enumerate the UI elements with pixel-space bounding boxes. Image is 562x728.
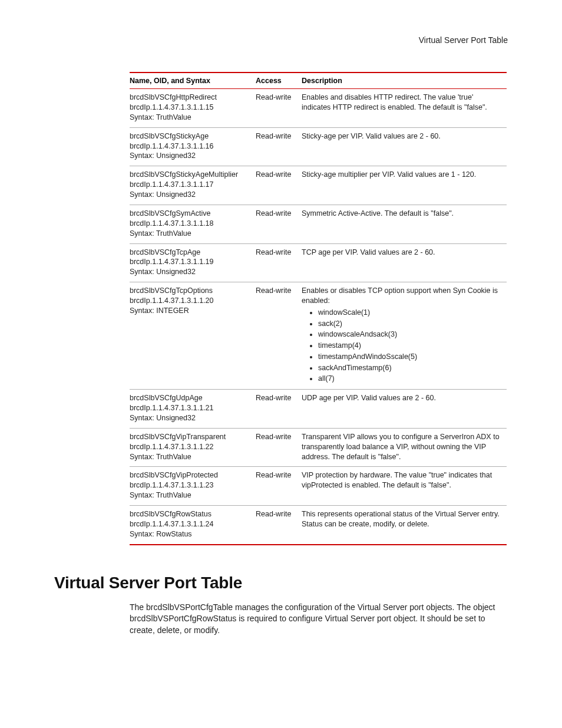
cell-name-line: brcdSlbVSCfgStickyAgeMultiplier: [130, 170, 250, 180]
table-row: brcdSlbVSCfgHttpRedirectbrcdIp.1.1.4.37.…: [130, 89, 507, 128]
cell-access: Read-write: [256, 467, 302, 506]
cell-description: Transparent VIP allows you to configure …: [302, 428, 507, 467]
cell-oid-line: brcdIp.1.1.4.37.1.3.1.1.16: [130, 141, 250, 151]
cell-description-text: Symmetric Active-Active. The default is …: [302, 209, 454, 218]
cell-access: Read-write: [256, 243, 302, 282]
cell-syntax-line: Syntax: TruthValue: [130, 229, 250, 239]
section-title: Virtual Server Port Table: [54, 574, 508, 592]
cell-oid-line: brcdIp.1.1.4.37.1.3.1.1.18: [130, 219, 250, 229]
cell-option-item: sack(2): [318, 318, 501, 330]
cell-access: Read-write: [256, 428, 302, 467]
cell-access: Read-write: [256, 390, 302, 429]
cell-name: brcdSlbVSCfgStickyAgebrcdIp.1.1.4.37.1.3…: [130, 127, 256, 166]
cell-description: Sticky-age multiplier per VIP. Valid val…: [302, 166, 507, 205]
cell-oid-line: brcdIp.1.1.4.37.1.3.1.1.15: [130, 103, 250, 113]
cell-description-text: Sticky-age multiplier per VIP. Valid val…: [302, 170, 476, 179]
cell-description: TCP age per VIP. Valid values are 2 - 60…: [302, 243, 507, 282]
table-row: brcdSlbVSCfgTcpAgebrcdIp.1.1.4.37.1.3.1.…: [130, 243, 507, 282]
col-header-description: Description: [302, 73, 507, 89]
cell-name: brcdSlbVSCfgSymActivebrcdIp.1.1.4.37.1.3…: [130, 205, 256, 243]
cell-description-text: Enables and disables HTTP redirect. The …: [302, 93, 487, 111]
cell-name: brcdSlbVSCfgVipProtectedbrcdIp.1.1.4.37.…: [130, 467, 256, 506]
cell-syntax-line: Syntax: Unsigned32: [130, 413, 250, 423]
cell-syntax-line: Syntax: INTEGER: [130, 306, 250, 316]
cell-name: brcdSlbVSCfgTcpAgebrcdIp.1.1.4.37.1.3.1.…: [130, 243, 256, 282]
cell-option-item: timestampAndWindoSscale(5): [318, 351, 501, 363]
cell-access: Read-write: [256, 89, 302, 128]
cell-name: brcdSlbVSCfgRowStatusbrcdIp.1.1.4.37.1.3…: [130, 506, 256, 545]
table-row: brcdSlbVSCfgVipTransparentbrcdIp.1.1.4.3…: [130, 428, 507, 467]
mib-table: Name, OID, and Syntax Access Description…: [130, 72, 507, 545]
cell-oid-line: brcdIp.1.1.4.37.1.3.1.1.20: [130, 296, 250, 306]
cell-option-item: all(7): [318, 373, 501, 384]
cell-name-line: brcdSlbVSCfgSymActive: [130, 209, 250, 219]
section-body: The brcdSlbVSPortCfgTable manages the co…: [130, 602, 507, 637]
cell-oid-line: brcdIp.1.1.4.37.1.3.1.1.23: [130, 480, 250, 490]
table-row: brcdSlbVSCfgStickyAgeMultiplierbrcdIp.1.…: [130, 166, 507, 205]
cell-description: VIP protection by hardware. The value "t…: [302, 467, 507, 506]
cell-name-line: brcdSlbVSCfgVipTransparent: [130, 432, 250, 442]
cell-name-line: brcdSlbVSCfgUdpAge: [130, 393, 250, 403]
table-row: brcdSlbVSCfgVipProtectedbrcdIp.1.1.4.37.…: [130, 467, 507, 506]
cell-description-text: Enables or disables TCP option support w…: [302, 286, 498, 305]
cell-description: Enables or disables TCP option support w…: [302, 282, 507, 390]
cell-description-text: Transparent VIP allows you to configure …: [302, 433, 500, 461]
cell-oid-line: brcdIp.1.1.4.37.1.3.1.1.22: [130, 442, 250, 452]
cell-syntax-line: Syntax: Unsigned32: [130, 151, 250, 161]
cell-oid-line: brcdIp.1.1.4.37.1.3.1.1.21: [130, 403, 250, 413]
cell-option-item: windowscaleAndsack(3): [318, 329, 501, 340]
cell-description: Symmetric Active-Active. The default is …: [302, 205, 507, 243]
cell-name: brcdSlbVSCfgStickyAgeMultiplierbrcdIp.1.…: [130, 166, 256, 205]
cell-access: Read-write: [256, 205, 302, 243]
table-row: brcdSlbVSCfgUdpAgebrcdIp.1.1.4.37.1.3.1.…: [130, 390, 507, 429]
cell-syntax-line: Syntax: TruthValue: [130, 490, 250, 500]
table-row: brcdSlbVSCfgSymActivebrcdIp.1.1.4.37.1.3…: [130, 205, 507, 243]
cell-access: Read-write: [256, 127, 302, 166]
cell-oid-line: brcdIp.1.1.4.37.1.3.1.1.17: [130, 180, 250, 190]
table-row: brcdSlbVSCfgStickyAgebrcdIp.1.1.4.37.1.3…: [130, 127, 507, 166]
cell-syntax-line: Syntax: RowStatus: [130, 529, 250, 539]
cell-syntax-line: Syntax: TruthValue: [130, 452, 250, 462]
cell-description: UDP age per VIP. Valid values are 2 - 60…: [302, 390, 507, 429]
page-header: Virtual Server Port Table: [54, 35, 508, 45]
cell-access: Read-write: [256, 506, 302, 545]
col-header-access: Access: [256, 73, 302, 89]
cell-options-list: windowScale(1)sack(2)windowscaleAndsack(…: [302, 307, 501, 384]
col-header-name: Name, OID, and Syntax: [130, 73, 256, 89]
cell-name: brcdSlbVSCfgUdpAgebrcdIp.1.1.4.37.1.3.1.…: [130, 390, 256, 429]
cell-oid-line: brcdIp.1.1.4.37.1.3.1.1.19: [130, 257, 250, 267]
cell-name: brcdSlbVSCfgTcpOptionsbrcdIp.1.1.4.37.1.…: [130, 282, 256, 390]
table-row: brcdSlbVSCfgRowStatusbrcdIp.1.1.4.37.1.3…: [130, 506, 507, 545]
cell-description-text: TCP age per VIP. Valid values are 2 - 60…: [302, 248, 435, 256]
cell-description-text: This represents operational status of th…: [302, 510, 500, 528]
cell-option-item: timestamp(4): [318, 340, 501, 351]
cell-name-line: brcdSlbVSCfgTcpAge: [130, 248, 250, 258]
cell-name-line: brcdSlbVSCfgTcpOptions: [130, 286, 250, 296]
cell-description-text: VIP protection by hardware. The value "t…: [302, 471, 492, 489]
cell-syntax-line: Syntax: TruthValue: [130, 113, 250, 123]
cell-name-line: brcdSlbVSCfgStickyAge: [130, 131, 250, 141]
cell-name-line: brcdSlbVSCfgVipProtected: [130, 470, 250, 480]
cell-name: brcdSlbVSCfgHttpRedirectbrcdIp.1.1.4.37.…: [130, 89, 256, 128]
cell-oid-line: brcdIp.1.1.4.37.1.3.1.1.24: [130, 519, 250, 529]
cell-name-line: brcdSlbVSCfgHttpRedirect: [130, 93, 250, 103]
cell-description: This represents operational status of th…: [302, 506, 507, 545]
table-header-row: Name, OID, and Syntax Access Description: [130, 73, 507, 89]
cell-option-item: windowScale(1): [318, 307, 501, 318]
cell-name: brcdSlbVSCfgVipTransparentbrcdIp.1.1.4.3…: [130, 428, 256, 467]
table-row: brcdSlbVSCfgTcpOptionsbrcdIp.1.1.4.37.1.…: [130, 282, 507, 390]
cell-description: Sticky-age per VIP. Valid values are 2 -…: [302, 127, 507, 166]
cell-syntax-line: Syntax: Unsigned32: [130, 190, 250, 200]
cell-access: Read-write: [256, 166, 302, 205]
cell-description-text: UDP age per VIP. Valid values are 2 - 60…: [302, 394, 436, 402]
cell-description-text: Sticky-age per VIP. Valid values are 2 -…: [302, 132, 441, 140]
cell-syntax-line: Syntax: Unsigned32: [130, 267, 250, 277]
cell-access: Read-write: [256, 282, 302, 390]
cell-option-item: sackAndTimestamp(6): [318, 363, 501, 374]
cell-description: Enables and disables HTTP redirect. The …: [302, 89, 507, 128]
cell-name-line: brcdSlbVSCfgRowStatus: [130, 509, 250, 519]
